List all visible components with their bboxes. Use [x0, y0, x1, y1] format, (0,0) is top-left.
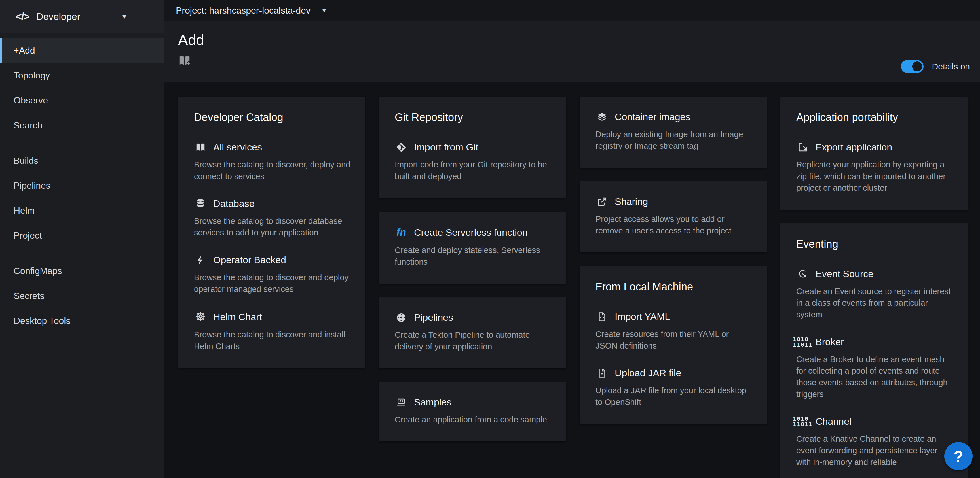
- add-item-description: Deploy an existing Image from an Image r…: [595, 129, 752, 152]
- card-create-serverless-function: fnCreate Serverless functionCreate and d…: [379, 212, 566, 284]
- add-item-link-database[interactable]: Database: [194, 198, 350, 209]
- card-column-4: Application portabilityExport applicatio…: [780, 97, 967, 478]
- add-item-description: Import code from your Git repository to …: [395, 159, 551, 182]
- sidebar-item-desktop-tools[interactable]: Desktop Tools: [0, 308, 164, 333]
- add-item-description: Create an Event source to register inter…: [796, 286, 953, 321]
- sidebar-item-helm[interactable]: Helm: [0, 198, 164, 223]
- project-chevron-down-icon[interactable]: ▾: [322, 6, 326, 14]
- add-item-description: Create a Knative Channel to create an ev…: [796, 433, 953, 468]
- add-item-all-services: All servicesBrowse the catalog to discov…: [194, 142, 350, 182]
- card-developer-catalog: Developer CatalogAll servicesBrowse the …: [178, 97, 365, 368]
- add-item-label: All services: [213, 142, 262, 153]
- add-item-link-channel[interactable]: 101011011Channel: [796, 416, 953, 427]
- add-item-link-upload-jar-file[interactable]: Upload JAR file: [595, 367, 752, 378]
- add-item-link-all-services[interactable]: All services: [194, 142, 350, 153]
- card-git-repository: Git RepositoryImport from GitImport code…: [379, 97, 566, 198]
- page-title: Add: [178, 32, 970, 48]
- perspective-label: Developer: [36, 11, 80, 22]
- sidebar-divider: [0, 253, 164, 253]
- perspective-switcher[interactable]: </> Developer ▾: [0, 0, 164, 33]
- code-logo-icon: </>: [16, 11, 29, 23]
- add-item-link-samples[interactable]: Samples: [395, 397, 551, 408]
- sidebar-item-add[interactable]: +Add: [0, 38, 164, 63]
- details-toggle-row: Details on: [901, 60, 970, 73]
- add-item-channel: 101011011ChannelCreate a Knative Channel…: [796, 416, 953, 468]
- add-item-import-from-git: Import from GitImport code from your Git…: [395, 142, 551, 182]
- details-toggle-label: Details on: [932, 62, 970, 71]
- database-icon: [194, 199, 207, 209]
- add-item-description: Browse the catalog to discover and insta…: [194, 329, 350, 352]
- card-eventing: EventingEvent SourceCreate an Event sour…: [780, 223, 967, 478]
- chevron-down-icon: ▾: [123, 12, 126, 21]
- add-item-label: Samples: [414, 397, 452, 408]
- card-pipelines: PipelinesCreate a Tekton Pipeline to aut…: [379, 297, 566, 368]
- add-item-link-sharing[interactable]: Sharing: [595, 196, 752, 207]
- book-plus-icon[interactable]: [178, 54, 191, 68]
- page-header: Add Details on: [164, 21, 980, 83]
- bolt-icon: [194, 255, 207, 265]
- add-item-label: Import from Git: [414, 142, 478, 153]
- file-code-icon: [595, 311, 609, 322]
- add-item-link-helm-chart[interactable]: ☸Helm Chart: [194, 311, 350, 323]
- add-item-label: Sharing: [615, 196, 648, 207]
- add-item-samples: SamplesCreate an application from a code…: [395, 397, 551, 426]
- add-item-description: Create and deploy stateless, Serverless …: [395, 245, 551, 268]
- card-container-images: Container imagesDeploy an existing Image…: [580, 97, 767, 168]
- add-item-label: Pipelines: [414, 312, 453, 323]
- add-item-helm-chart: ☸Helm ChartBrowse the catalog to discove…: [194, 311, 350, 352]
- card-from-local-machine: From Local MachineImport YAMLCreate reso…: [580, 266, 767, 424]
- add-item-description: Create a Tekton Pipeline to automate del…: [395, 329, 551, 353]
- help-button[interactable]: ?: [944, 442, 973, 470]
- add-item-description: Project access allows you to add or remo…: [595, 213, 752, 237]
- sidebar-item-pipelines[interactable]: Pipelines: [0, 173, 164, 198]
- add-item-description: Upload a JAR file from your local deskto…: [595, 385, 752, 408]
- add-item-create-serverless-function: fnCreate Serverless functionCreate and d…: [395, 226, 551, 268]
- add-item-event-source: Event SourceCreate an Event source to re…: [796, 268, 953, 321]
- sidebar-item-project[interactable]: Project: [0, 223, 164, 248]
- add-item-link-import-yaml[interactable]: Import YAML: [595, 311, 752, 322]
- add-item-container-images: Container imagesDeploy an existing Image…: [595, 111, 752, 152]
- details-switch[interactable]: [901, 60, 924, 73]
- sidebar-item-configmaps[interactable]: ConfigMaps: [0, 259, 164, 283]
- sidebar-item-secrets[interactable]: Secrets: [0, 283, 164, 308]
- add-item-link-export-application[interactable]: Export application: [796, 142, 953, 153]
- event-source-icon: [796, 268, 809, 279]
- add-item-sharing: SharingProject access allows you to add …: [595, 196, 752, 237]
- git-icon: [395, 142, 408, 153]
- sidebar-item-observe[interactable]: Observe: [0, 88, 164, 113]
- add-item-link-pipelines[interactable]: Pipelines: [395, 312, 551, 323]
- card-title-developer-catalog: Developer Catalog: [194, 111, 350, 124]
- share-icon: [595, 196, 609, 207]
- add-item-label: Container images: [615, 111, 690, 122]
- card-title-application-portability: Application portability: [796, 111, 953, 124]
- add-item-export-application: Export applicationReplicate your applica…: [796, 142, 953, 194]
- add-item-label: Event Source: [816, 268, 873, 279]
- add-item-description: Browse the catalog to discover database …: [194, 215, 350, 238]
- sidebar-item-search[interactable]: Search: [0, 113, 164, 138]
- add-item-label: Operator Backed: [213, 254, 286, 265]
- project-selector[interactable]: Project: harshcasper-localsta-dev: [176, 5, 310, 16]
- pipelines-icon: [395, 312, 408, 323]
- add-item-label: Channel: [816, 416, 851, 427]
- add-item-link-operator-backed[interactable]: Operator Backed: [194, 254, 350, 265]
- switch-knob: [912, 62, 922, 71]
- card-column-3: Container imagesDeploy an existing Image…: [580, 97, 767, 424]
- add-item-description: Browse the catalog to discover, deploy a…: [194, 159, 350, 182]
- card-application-portability: Application portabilityExport applicatio…: [780, 97, 967, 210]
- channel-icon: 101011011: [796, 416, 809, 427]
- sidebar-item-builds[interactable]: Builds: [0, 148, 164, 173]
- add-item-description: Replicate your application by exporting …: [796, 159, 953, 194]
- export-icon: [796, 142, 809, 153]
- add-item-operator-backed: Operator BackedBrowse the catalog to dis…: [194, 254, 350, 295]
- file-upload-icon: [595, 368, 609, 378]
- add-item-link-create-serverless-function[interactable]: fnCreate Serverless function: [395, 226, 551, 238]
- sidebar-item-topology[interactable]: Topology: [0, 63, 164, 88]
- card-column-2: Git RepositoryImport from GitImport code…: [379, 97, 566, 441]
- add-item-link-import-from-git[interactable]: Import from Git: [395, 142, 551, 153]
- sidebar: </> Developer ▾ +AddTopologyObserveSearc…: [0, 0, 164, 478]
- add-item-link-broker[interactable]: 101011011Broker: [796, 336, 953, 348]
- add-item-link-event-source[interactable]: Event Source: [796, 268, 953, 279]
- card-column-1: Developer CatalogAll servicesBrowse the …: [178, 97, 365, 368]
- card-sharing: SharingProject access allows you to add …: [580, 181, 767, 252]
- add-item-link-container-images[interactable]: Container images: [595, 111, 752, 122]
